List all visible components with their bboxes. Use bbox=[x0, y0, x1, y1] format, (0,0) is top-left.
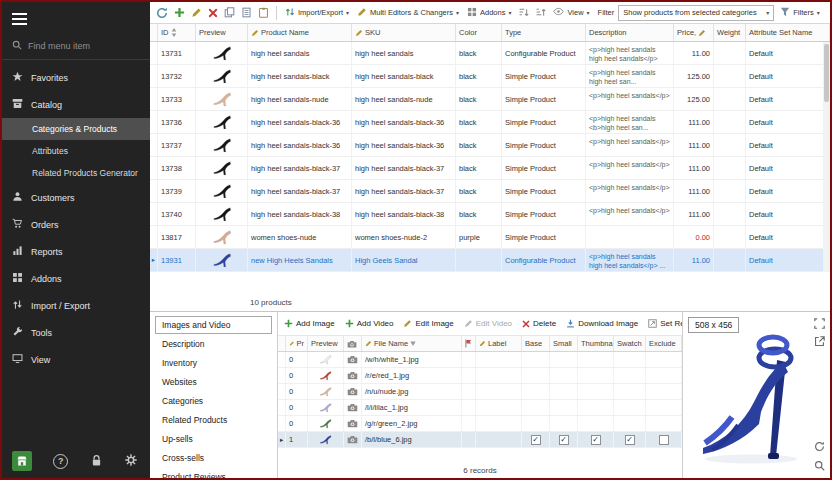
cell-camera[interactable] bbox=[344, 416, 362, 431]
gear-icon[interactable] bbox=[124, 453, 138, 469]
cell-exclude-checkbox[interactable] bbox=[646, 352, 682, 367]
column-header-exclude[interactable]: Exclude bbox=[646, 336, 682, 351]
edit-video-button[interactable]: Edit Video bbox=[464, 319, 512, 328]
cell-camera[interactable] bbox=[344, 352, 362, 367]
column-header-flag[interactable] bbox=[462, 336, 476, 351]
edit-button[interactable] bbox=[190, 6, 203, 19]
cell-swatch-checkbox[interactable] bbox=[614, 416, 646, 431]
column-header-id[interactable]: ID bbox=[158, 24, 196, 41]
duplicate-button[interactable] bbox=[240, 6, 253, 19]
cell-small-checkbox[interactable] bbox=[550, 416, 578, 431]
image-row[interactable]: 0 /l/i/lilac_1.jpg bbox=[278, 400, 682, 416]
image-row[interactable]: 0 /r/e/red_1.jpg bbox=[278, 368, 682, 384]
add-button[interactable] bbox=[173, 6, 186, 19]
table-row[interactable]: 13737 high heel sandals-black-36 high he… bbox=[150, 134, 830, 157]
addons-menu[interactable]: Addons▾ bbox=[465, 6, 513, 20]
sidebar-item-orders[interactable]: Orders bbox=[2, 211, 150, 238]
image-row[interactable]: 0 /w/h/white_1.jpg bbox=[278, 352, 682, 368]
vertical-scrollbar[interactable] bbox=[823, 42, 830, 272]
column-header-price[interactable]: Price, bbox=[674, 24, 714, 41]
table-row[interactable]: 13733 high heel sandals-nude high heel s… bbox=[150, 88, 830, 111]
fullscreen-icon[interactable] bbox=[814, 318, 825, 331]
cell-camera[interactable] bbox=[344, 432, 362, 447]
column-header-label[interactable]: Label bbox=[476, 336, 522, 351]
sidebar-search-input[interactable]: Find menu item bbox=[2, 34, 150, 60]
column-header-swatch[interactable]: Swatch bbox=[614, 336, 646, 351]
sidebar-item-attributes[interactable]: Attributes bbox=[2, 140, 150, 162]
cell-swatch-checkbox[interactable] bbox=[614, 368, 646, 383]
cell-small-checkbox[interactable] bbox=[550, 368, 578, 383]
cell-swatch-checkbox[interactable] bbox=[614, 352, 646, 367]
tab-cross-sells[interactable]: Cross-sells bbox=[155, 449, 272, 467]
column-header-base[interactable]: Base bbox=[522, 336, 550, 351]
filters-menu[interactable]: Filters▾ bbox=[778, 6, 821, 20]
tab-product-reviews[interactable]: Product Reviews bbox=[155, 468, 272, 480]
sidebar-item-customers[interactable]: Customers bbox=[2, 184, 150, 211]
cell-exclude-checkbox[interactable] bbox=[646, 432, 682, 447]
table-row[interactable]: 13740 high heel sandals-black-38 high he… bbox=[150, 203, 830, 226]
column-header-color[interactable]: Color bbox=[456, 24, 502, 41]
tab-images-and-video[interactable]: Images and Video bbox=[155, 316, 272, 334]
table-row[interactable]: 13738 high heel sandals-black-37 high he… bbox=[150, 157, 830, 180]
sidebar-item-reports[interactable]: Reports bbox=[2, 238, 150, 265]
column-header-file-name[interactable]: File Name bbox=[362, 336, 462, 351]
cell-thumbnail-checkbox[interactable]: ✓ bbox=[578, 432, 614, 447]
cell-camera[interactable] bbox=[344, 368, 362, 383]
column-header-position[interactable]: Pr bbox=[286, 336, 308, 351]
table-row[interactable]: ▸ 13931 new High Heels Sandals High Geel… bbox=[150, 249, 830, 272]
thumbnail-checkbox[interactable]: ✓ bbox=[591, 435, 601, 445]
sort-desc-button[interactable] bbox=[534, 6, 547, 19]
column-header-camera[interactable] bbox=[344, 336, 362, 351]
copy-button[interactable] bbox=[223, 6, 236, 19]
edit-image-button[interactable]: Edit Image bbox=[403, 319, 453, 328]
cell-base-checkbox[interactable] bbox=[522, 368, 550, 383]
cell-base-checkbox[interactable] bbox=[522, 416, 550, 431]
image-row[interactable]: ▸ 1 /b/l/blue_6.jpg ✓ ✓ ✓ ✓ bbox=[278, 432, 682, 448]
table-row[interactable]: 13739 high heel sandals-black-37 high he… bbox=[150, 180, 830, 203]
category-filter-select[interactable]: Show products from selected categories ▾ bbox=[618, 5, 774, 21]
table-row[interactable]: 13731 high heel sandals high heel sandal… bbox=[150, 42, 830, 65]
cell-thumbnail-checkbox[interactable] bbox=[578, 368, 614, 383]
multi-editors-menu[interactable]: Multi Editors & Changers▾ bbox=[355, 6, 461, 20]
lock-icon[interactable] bbox=[90, 454, 103, 469]
cell-swatch-checkbox[interactable]: ✓ bbox=[614, 432, 646, 447]
clipboard-button[interactable] bbox=[257, 6, 270, 19]
download-image-button[interactable]: Download Image bbox=[566, 319, 638, 328]
import-export-menu[interactable]: Import/Export▾ bbox=[283, 6, 351, 20]
store-connection-button[interactable] bbox=[12, 451, 32, 471]
cell-exclude-checkbox[interactable] bbox=[646, 368, 682, 383]
column-header-attribute-set[interactable]: Attribute Set Name bbox=[746, 24, 830, 41]
sidebar-item-view[interactable]: View bbox=[2, 346, 150, 373]
tab-up-sells[interactable]: Up-sells bbox=[155, 430, 272, 448]
tab-websites[interactable]: Websites bbox=[155, 373, 272, 391]
cell-swatch-checkbox[interactable] bbox=[614, 384, 646, 399]
exclude-checkbox[interactable] bbox=[659, 435, 669, 445]
small-checkbox[interactable]: ✓ bbox=[559, 435, 569, 445]
cell-thumbnail-checkbox[interactable] bbox=[578, 400, 614, 415]
cell-thumbnail-checkbox[interactable] bbox=[578, 384, 614, 399]
sidebar-item-favorites[interactable]: Favorites bbox=[2, 64, 150, 91]
column-header-preview[interactable]: Preview bbox=[308, 336, 344, 351]
rotate-icon[interactable] bbox=[814, 441, 825, 454]
sidebar-item-catalog[interactable]: Catalog bbox=[2, 91, 150, 118]
image-row[interactable]: 0 /n/u/nude.jpg bbox=[278, 384, 682, 400]
column-header-sku[interactable]: SKU bbox=[352, 24, 456, 41]
column-header-weight[interactable]: Weight bbox=[714, 24, 746, 41]
cell-small-checkbox[interactable] bbox=[550, 352, 578, 367]
tab-categories[interactable]: Categories bbox=[155, 392, 272, 410]
sidebar-item-categories-products[interactable]: Categories & Products bbox=[2, 118, 150, 140]
sidebar-item-tools[interactable]: Tools bbox=[2, 319, 150, 346]
sidebar-item-import-export[interactable]: Import / Export bbox=[2, 292, 150, 319]
base-checkbox[interactable]: ✓ bbox=[531, 435, 541, 445]
cell-base-checkbox[interactable] bbox=[522, 384, 550, 399]
delete-image-button[interactable]: Delete bbox=[522, 319, 556, 328]
sidebar-item-related-products-generator[interactable]: Related Products Generator bbox=[2, 162, 150, 184]
column-header-preview[interactable]: Preview bbox=[196, 24, 248, 41]
column-header-small[interactable]: Small bbox=[550, 336, 578, 351]
scrollbar-thumb[interactable] bbox=[824, 44, 829, 102]
delete-button[interactable] bbox=[207, 7, 219, 19]
cell-small-checkbox[interactable]: ✓ bbox=[550, 432, 578, 447]
cell-base-checkbox[interactable] bbox=[522, 352, 550, 367]
column-header-description[interactable]: Description bbox=[586, 24, 674, 41]
external-link-icon[interactable] bbox=[814, 336, 825, 349]
